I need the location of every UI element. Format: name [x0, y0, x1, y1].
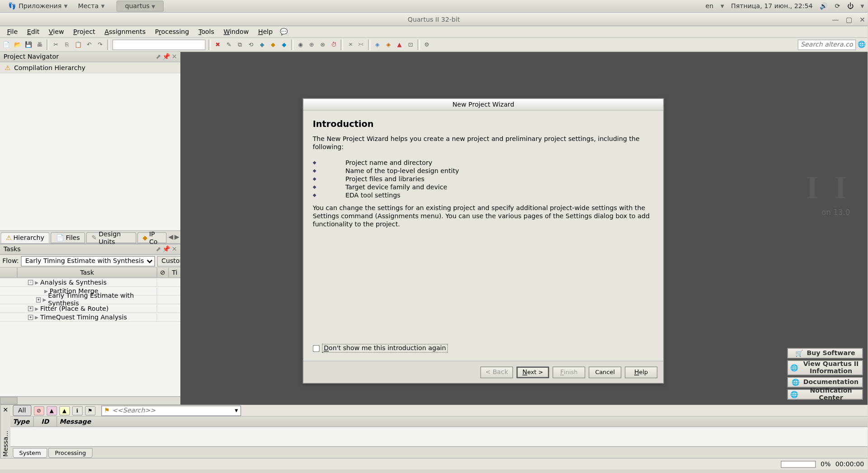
taskbar-button-quartus[interactable]: quartus ▼ [116, 0, 164, 11]
menu-help[interactable]: Help [254, 27, 278, 37]
close-button[interactable]: ✕ [859, 15, 865, 23]
toolbar-icon[interactable]: ◈ [372, 39, 382, 50]
column-check[interactable]: ⊘ [157, 267, 169, 277]
toolbar-icon[interactable]: ⊗ [317, 39, 328, 50]
help-button[interactable]: Help [625, 366, 657, 378]
float-icon[interactable]: ⬈ [156, 53, 161, 61]
project-navigator-tree[interactable]: ⚠ Compilation Hierarchy [0, 62, 180, 231]
tab-ip-components[interactable]: ◆ IP Co [137, 232, 167, 243]
dont-show-again-label[interactable]: Don't show me this introduction again [322, 344, 448, 352]
column-message[interactable]: Message [57, 417, 868, 426]
view-info-button[interactable]: 🌐 View Quartus II Information [787, 360, 863, 375]
timing-icon[interactable]: ◆ [279, 39, 289, 50]
next-button[interactable]: Next > [516, 366, 549, 378]
clock[interactable]: Пятница, 17 июн., 22:54 [731, 2, 813, 10]
tab-design-units[interactable]: ✎ Design Units [86, 232, 136, 243]
messages-search-input[interactable] [112, 407, 232, 414]
scroll-left-icon[interactable]: ◀ [168, 233, 173, 241]
tab-processing[interactable]: Processing [48, 448, 92, 458]
messages-all-button[interactable]: All [13, 405, 31, 416]
search-input[interactable] [798, 39, 856, 50]
tree-item-compilation-hierarchy[interactable]: ⚠ Compilation Hierarchy [0, 62, 180, 73]
info-filter-icon[interactable]: ℹ [72, 406, 82, 415]
toolbar-icon[interactable]: ⊕ [306, 39, 316, 50]
close-icon[interactable]: ✕ [172, 53, 177, 61]
applications-menu[interactable]: 👣 Приложения ▼ [4, 0, 72, 11]
error-filter-icon[interactable]: ⊘ [33, 406, 44, 415]
task-row[interactable]: +▶Fitter (Place & Route) [0, 304, 180, 313]
toolbar-icon[interactable]: ◈ [383, 39, 394, 50]
volume-icon[interactable]: 🔊 [820, 2, 828, 10]
network-icon[interactable]: ⟳ [835, 2, 840, 10]
column-type[interactable]: Type [10, 417, 34, 426]
menu-tools[interactable]: Tools [194, 27, 219, 37]
messages-body[interactable] [10, 427, 868, 446]
messages-search[interactable]: ⚑ ▾ [101, 405, 241, 416]
task-row[interactable]: +▶Early Timing Estimate with Synthesis [0, 295, 180, 304]
flag-filter-icon[interactable]: ⚑ [85, 406, 95, 415]
column-task[interactable]: Task [18, 267, 157, 277]
open-file-icon[interactable]: 📂 [12, 39, 23, 50]
toolbar-combo[interactable] [113, 39, 206, 50]
float-icon[interactable]: ⬈ [156, 246, 161, 253]
task-row[interactable]: -▶Analysis & Synthesis [0, 278, 180, 287]
copy-icon[interactable]: ⎘ [62, 39, 72, 50]
stop-icon[interactable]: ✖ [212, 39, 223, 50]
compile-icon[interactable]: ◆ [257, 39, 267, 50]
tree-expander-icon[interactable]: + [28, 314, 33, 320]
toolbar-icon[interactable]: ⚙ [422, 39, 432, 50]
redo-icon[interactable]: ↷ [95, 39, 105, 50]
tree-expander-icon[interactable]: + [36, 297, 41, 303]
wizard-titlebar[interactable]: New Project Wizard [303, 99, 663, 111]
places-menu[interactable]: Места ▼ [73, 0, 109, 11]
close-icon[interactable]: ✕ [172, 246, 177, 253]
horizontal-scrollbar[interactable] [0, 396, 180, 404]
chevron-down-icon[interactable]: ▾ [235, 407, 238, 414]
toolbar-icon[interactable]: ⧉ [235, 39, 245, 50]
close-icon[interactable]: ✕ [3, 406, 8, 414]
maximize-button[interactable]: ▢ [846, 15, 853, 23]
documentation-button[interactable]: 🌐 Documentation [787, 377, 863, 388]
tab-files[interactable]: 📄 Files [51, 232, 85, 243]
cancel-button[interactable]: Cancel [589, 366, 621, 378]
help-bubble-icon[interactable]: 💬 [280, 28, 288, 36]
new-file-icon[interactable]: 📄 [1, 39, 12, 50]
clock-icon[interactable]: ⏱ [328, 39, 339, 50]
keyboard-layout-indicator[interactable]: en [705, 2, 713, 10]
scroll-right-icon[interactable]: ▶ [175, 233, 179, 241]
pin-icon[interactable]: 📌 [162, 53, 170, 61]
menu-file[interactable]: File [2, 27, 22, 37]
paste-icon[interactable]: 📋 [73, 39, 83, 50]
messages-side-label[interactable]: Messa... ✕ [0, 405, 10, 458]
power-icon[interactable]: ⏻ [847, 2, 854, 10]
pin-icon[interactable]: 📌 [162, 246, 170, 253]
flow-select[interactable]: Early Timing Estimate with Synthesis [21, 256, 155, 266]
buy-software-button[interactable]: 🛒 Buy Software [787, 348, 863, 358]
save-icon[interactable]: 💾 [24, 39, 34, 50]
toolbar-icon[interactable]: ◆ [268, 39, 278, 50]
toolbar-icon[interactable]: ⪥ [356, 39, 366, 50]
toolbar-icon[interactable]: ▲ [394, 39, 405, 50]
menu-project[interactable]: Project [69, 27, 100, 37]
menu-edit[interactable]: Edit [22, 27, 44, 37]
task-row[interactable]: +▶TimeQuest Timing Analysis [0, 313, 180, 322]
tree-expander-icon[interactable]: - [28, 280, 33, 285]
cut-icon[interactable]: ✂ [51, 39, 61, 50]
menu-assignments[interactable]: Assignments [100, 27, 150, 37]
dont-show-again-checkbox[interactable] [313, 345, 320, 351]
menu-window[interactable]: Window [219, 27, 253, 37]
toolbar-icon[interactable]: ⊡ [405, 39, 415, 50]
tab-hierarchy[interactable]: ⚠ Hierarchy [0, 232, 49, 243]
column-id[interactable]: ID [34, 417, 57, 426]
tree-expander-icon[interactable]: + [28, 306, 33, 311]
warning-filter-icon[interactable]: ▲ [59, 406, 70, 415]
menu-processing[interactable]: Processing [150, 27, 193, 37]
menu-view[interactable]: View [44, 27, 69, 37]
notification-center-button[interactable]: 🌐 Notification Center [787, 389, 863, 400]
undo-icon[interactable]: ↶ [84, 39, 94, 50]
globe-icon[interactable]: 🌐 [857, 40, 867, 49]
toolbar-icon[interactable]: ⪤ [344, 39, 355, 50]
toolbar-icon[interactable]: ⟲ [246, 39, 256, 50]
print-icon[interactable]: 🖶 [34, 39, 45, 50]
tab-system[interactable]: System [13, 448, 47, 458]
